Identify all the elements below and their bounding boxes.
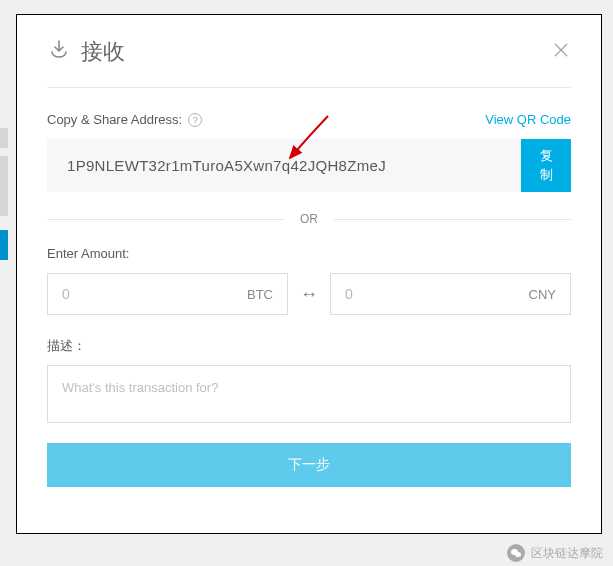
- copy-label-1: 复: [540, 147, 553, 165]
- currency-cny: CNY: [529, 287, 556, 302]
- svg-point-1: [515, 552, 521, 557]
- or-divider: OR: [47, 212, 571, 226]
- divider-line: [47, 219, 284, 220]
- or-text: OR: [284, 212, 334, 226]
- description-field[interactable]: [47, 365, 571, 423]
- header-left: 接收: [47, 37, 125, 67]
- description-input[interactable]: [62, 380, 556, 395]
- watermark-text: 区块链达摩院: [531, 545, 603, 562]
- close-icon: [551, 46, 571, 63]
- view-qr-link[interactable]: View QR Code: [485, 112, 571, 127]
- copy-button[interactable]: 复 制: [521, 139, 571, 192]
- address-label-row: Copy & Share Address: ? View QR Code: [47, 112, 571, 127]
- address-row: 1P9NLEWT32r1mTuroA5Xwn7q42JQH8ZmeJ 复 制: [47, 139, 571, 192]
- amount-input-cny[interactable]: [345, 286, 529, 302]
- currency-btc: BTC: [247, 287, 273, 302]
- wechat-icon: [507, 544, 525, 562]
- amount-label: Enter Amount:: [47, 246, 571, 261]
- bg-decor: [0, 128, 8, 148]
- amount-field-btc[interactable]: BTC: [47, 273, 288, 315]
- watermark: 区块链达摩院: [507, 544, 603, 562]
- bg-decor: [0, 156, 8, 216]
- divider-line: [334, 219, 571, 220]
- copy-label-2: 制: [540, 166, 553, 184]
- swap-icon[interactable]: ↔: [300, 284, 318, 305]
- help-icon[interactable]: ?: [188, 113, 202, 127]
- amount-row: BTC ↔ CNY: [47, 273, 571, 315]
- amount-input-btc[interactable]: [62, 286, 247, 302]
- receive-icon: [47, 38, 71, 66]
- receive-modal: 接收 Copy & Share Address: ? View QR Code …: [16, 14, 602, 534]
- address-label-text: Copy & Share Address:: [47, 112, 182, 127]
- next-button[interactable]: 下一步: [47, 443, 571, 487]
- modal-content: Copy & Share Address: ? View QR Code 1P9…: [17, 88, 601, 487]
- address-label: Copy & Share Address: ?: [47, 112, 202, 127]
- modal-header: 接收: [17, 15, 601, 87]
- amount-field-cny[interactable]: CNY: [330, 273, 571, 315]
- bg-decor: [0, 230, 8, 260]
- address-display[interactable]: 1P9NLEWT32r1mTuroA5Xwn7q42JQH8ZmeJ: [47, 139, 521, 192]
- close-button[interactable]: [551, 40, 571, 64]
- modal-title: 接收: [81, 37, 125, 67]
- description-label: 描述：: [47, 337, 571, 355]
